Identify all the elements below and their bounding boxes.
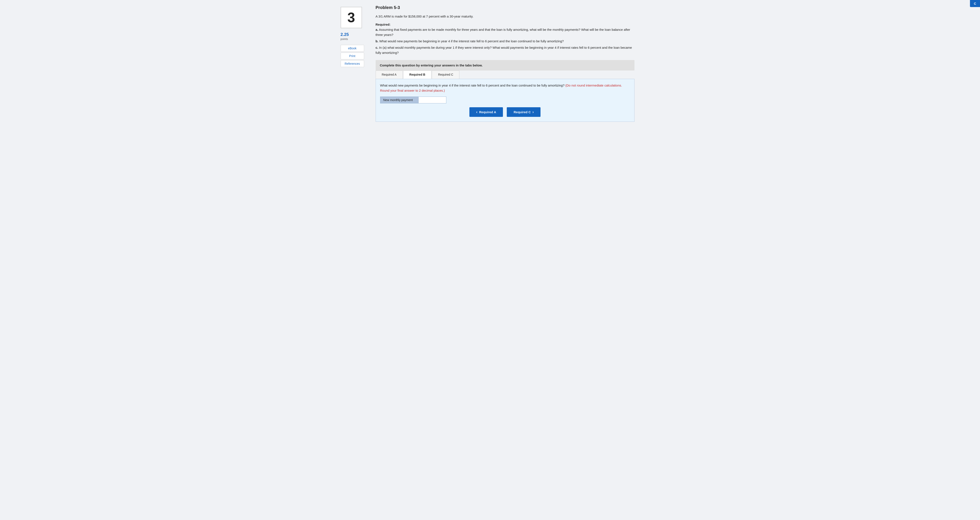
points-value: 2.25: [340, 32, 371, 37]
tab-required-b[interactable]: Required B: [403, 70, 431, 79]
required-label: Required:: [375, 22, 391, 26]
tab-b-content: What would new payments be beginning in …: [375, 79, 635, 122]
chevron-right-icon: [532, 110, 534, 114]
problem-number-box: 3: [340, 7, 362, 28]
question-b: b. What would new payments be beginning …: [375, 39, 635, 44]
next-button-label: Required C: [514, 110, 531, 114]
part-a-text: Assuming that fixed payments are to be m…: [375, 28, 630, 37]
references-button[interactable]: References: [340, 60, 364, 67]
prev-button-label: Required A: [479, 110, 496, 114]
tab-required-b-label: Required B: [409, 73, 425, 76]
next-button[interactable]: Required C: [507, 107, 541, 117]
part-c-text: In (a) what would monthly payments be du…: [375, 46, 632, 54]
part-b-text: What would new payments be beginning in …: [379, 39, 564, 43]
print-button[interactable]: Print: [340, 53, 364, 59]
instruction-text: Complete this question by entering your …: [380, 64, 483, 67]
instruction-box: Complete this question by entering your …: [375, 60, 635, 70]
tab-required-a-label: Required A: [382, 73, 396, 76]
ebook-button[interactable]: eBook: [340, 45, 364, 52]
answer-label: New monthly payment: [380, 97, 418, 104]
nav-buttons: Required A Required C: [380, 107, 630, 117]
tab-b-question: What would new payments be beginning in …: [380, 83, 630, 93]
answer-row: New monthly payment: [380, 97, 630, 104]
problem-required-section: Required: a. Assuming that fixed payment…: [375, 22, 635, 55]
prev-button[interactable]: Required A: [469, 107, 503, 117]
tab-b-question-text: What would new payments be beginning in …: [380, 83, 565, 87]
problem-title: Problem 5-3: [375, 5, 635, 10]
tabs-container: Required A Required B Required C: [375, 70, 635, 79]
left-sidebar: 3 2.25 points eBook Print References: [340, 5, 371, 122]
main-content: Problem 5-3 A 3/1 ARM is made for $158,0…: [371, 5, 640, 122]
points-label: points: [340, 37, 371, 41]
question-a: a. Assuming that fixed payments are to b…: [375, 27, 635, 37]
answer-input[interactable]: [418, 97, 446, 104]
tab-required-a[interactable]: Required A: [375, 70, 403, 79]
tab-required-c[interactable]: Required C: [432, 70, 459, 79]
question-c: c. In (a) what would monthly payments be…: [375, 45, 635, 55]
tab-required-c-label: Required C: [438, 73, 453, 76]
part-c-label: c.: [375, 46, 379, 49]
top-bar-label: C: [974, 2, 976, 5]
part-b-label: b.: [375, 39, 379, 43]
problem-intro: A 3/1 ARM is made for $158,000 at 7 perc…: [375, 14, 635, 19]
chevron-left-icon: [476, 110, 477, 114]
top-bar-button[interactable]: C: [970, 0, 980, 7]
part-a-label: a.: [375, 28, 379, 31]
problem-number: 3: [347, 10, 355, 26]
